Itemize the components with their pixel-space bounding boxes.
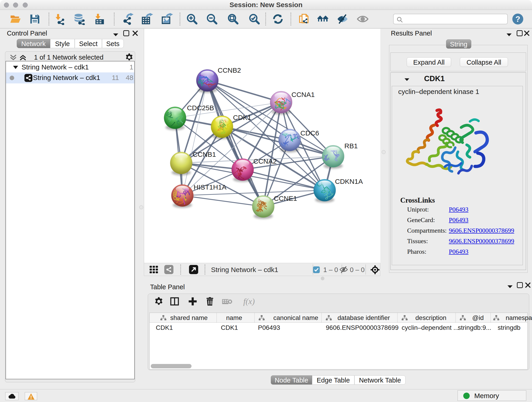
svg-text:CCNB1: CCNB1 <box>193 151 216 158</box>
svg-text:HIST1H1A: HIST1H1A <box>194 183 226 191</box>
svg-text:CDKN1A: CDKN1A <box>335 178 363 185</box>
svg-text:CCNE1: CCNE1 <box>274 195 297 202</box>
svg-text:RB1: RB1 <box>344 142 358 150</box>
svg-text:CCNB2: CCNB2 <box>218 66 241 74</box>
svg-text:CDK1: CDK1 <box>233 114 251 121</box>
svg-text:CDC6: CDC6 <box>300 129 319 137</box>
svg-text:?: ? <box>515 15 520 23</box>
svg-text:CCNA1: CCNA1 <box>291 91 315 98</box>
svg-text:CCNA2: CCNA2 <box>253 157 277 165</box>
svg-text:CDC25B: CDC25B <box>187 104 214 112</box>
